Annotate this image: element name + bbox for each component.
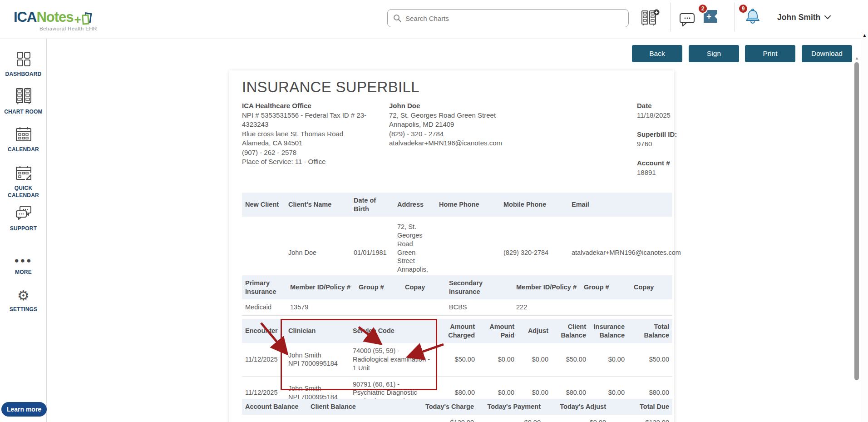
logo-text-notes: Notes xyxy=(36,9,73,25)
more-dots-icon: ●●● xyxy=(15,256,33,265)
table-cell: $130.00 xyxy=(609,415,672,422)
sidebar-item-calendar[interactable]: CALENDAR xyxy=(0,126,47,153)
office-phone: (907) - 262 - 2578 xyxy=(242,148,392,158)
download-button[interactable]: Download xyxy=(802,45,852,62)
table-cell: 11/12/2025 xyxy=(242,343,285,376)
dashboard-icon xyxy=(16,51,31,67)
chat-bubble-icon xyxy=(679,12,695,27)
notifications-badge: 9 xyxy=(738,4,748,14)
sidebar-item-chart-room[interactable]: CHART ROOM xyxy=(0,88,47,115)
table-cell: 13579 xyxy=(287,299,355,315)
scroll-up-arrow[interactable]: ▲ xyxy=(862,32,868,39)
table-cell: $50.00 xyxy=(628,343,672,376)
table-cell xyxy=(581,299,631,315)
office-npi-line: NPI # 5353531556 - Federal Tax ID # 23-4… xyxy=(242,111,392,129)
quick-calendar-icon xyxy=(15,165,32,181)
table-cell: John Smith NPI 7000995184 xyxy=(285,343,350,376)
column-header: Amount Paid xyxy=(478,319,518,343)
column-header: Group # xyxy=(581,275,631,299)
sidebar-item-support[interactable]: SUPPORT xyxy=(0,205,47,232)
search-input[interactable] xyxy=(405,15,623,22)
column-header: Clinician xyxy=(285,319,350,343)
sidebar-item-dashboard[interactable]: DASHBOARD xyxy=(0,51,47,78)
left-sidebar: DASHBOARD CHART ROOM xyxy=(0,39,47,422)
logo-row: ICANotes + xyxy=(14,9,97,25)
support-chat-icon xyxy=(15,205,33,222)
content-scroll-up-arrow[interactable]: ▲ xyxy=(854,55,860,61)
logo-tagline: Behavioral Health EHR xyxy=(39,26,97,31)
user-name: John Smith xyxy=(777,13,820,22)
sidebar-label: QUICK CALENDAR xyxy=(0,184,47,199)
table-cell: $130.00 xyxy=(386,415,477,422)
balance-table-header-row: Account Balance Client Balance Today's C… xyxy=(242,399,672,415)
table-cell: $0.00 xyxy=(477,415,544,422)
sidebar-label: SETTINGS xyxy=(10,306,38,313)
column-header: Primary Insurance xyxy=(242,275,287,299)
sidebar-label: SUPPORT xyxy=(10,225,37,232)
content-scrollbar-thumb[interactable] xyxy=(854,62,859,380)
superbill-id-label: Superbill ID: xyxy=(637,130,678,139)
column-header: Total Balance xyxy=(628,319,672,343)
search-icon xyxy=(393,14,401,22)
encounter-table-header-row: Encounter Clinician Service Code Amount … xyxy=(242,319,672,343)
header-divider xyxy=(735,3,735,32)
office-info-block: ICA Healthcare Office NPI # 5353531556 -… xyxy=(242,101,392,167)
clinician-name: John Smith xyxy=(288,351,346,360)
sidebar-label: MORE xyxy=(15,268,32,276)
sidebar-item-settings[interactable]: ⚙ SETTINGS xyxy=(0,289,47,313)
chevron-down-icon xyxy=(824,15,831,20)
messages-button[interactable] xyxy=(679,12,695,27)
learn-more-button[interactable]: Learn more xyxy=(1,402,47,417)
table-cell: $50.00 xyxy=(436,343,478,376)
file-cabinet-add-icon xyxy=(640,9,660,28)
encounter-table: Encounter Clinician Service Code Amount … xyxy=(242,319,672,410)
column-header: Client's Name xyxy=(285,193,350,217)
office-address1: Blue cross lane St. Thomas Road xyxy=(242,129,392,139)
insurance-table-header-row: Primary Insurance Member ID/Policy # Gro… xyxy=(242,275,672,299)
back-button[interactable]: Back xyxy=(632,45,682,62)
clinician-name: John Smith xyxy=(288,384,346,393)
clinician-npi: NPI 7000995184 xyxy=(288,359,346,368)
logo-text-ica: ICA xyxy=(14,9,36,25)
sign-button[interactable]: Sign xyxy=(689,45,739,62)
chart-room-icon xyxy=(15,88,32,105)
table-cell: 222 xyxy=(513,299,581,315)
column-header: Encounter xyxy=(242,319,285,343)
patient-phone: (829) - 320 - 2784 xyxy=(389,129,507,139)
column-header: Insurance Balance xyxy=(589,319,628,343)
column-header: Adjust xyxy=(518,319,552,343)
patient-address1: 72, St. Georges Road Green Street xyxy=(389,111,507,120)
office-place-of-service: Place of Service: 11 - Office xyxy=(242,157,392,167)
sidebar-label: CHART ROOM xyxy=(4,108,43,115)
create-chart-button[interactable] xyxy=(640,9,660,28)
print-button[interactable]: Print xyxy=(745,45,795,62)
column-header: Today's Charge xyxy=(386,399,477,415)
sidebar-label: DASHBOARD xyxy=(5,70,42,78)
column-header: New Client xyxy=(242,193,285,217)
sidebar-item-more[interactable]: ●●● MORE xyxy=(0,256,47,276)
account-value: 18891 xyxy=(637,168,678,178)
date-value: 11/18/2025 xyxy=(637,111,678,120)
icanotes-logo[interactable]: ICANotes + Behavioral Health EHR xyxy=(14,9,97,31)
sidebar-item-quick-calendar[interactable]: QUICK CALENDAR xyxy=(0,165,47,199)
column-header: Copay xyxy=(402,275,446,299)
superbill-document: INSURANCE SUPERBILL ICA Healthcare Offic… xyxy=(229,70,674,422)
column-header: Home Phone xyxy=(436,193,500,217)
user-menu[interactable]: John Smith xyxy=(777,13,831,22)
column-header: Total Due xyxy=(609,399,672,415)
search-charts-box[interactable] xyxy=(387,9,629,27)
logo-document-icon xyxy=(82,13,93,25)
meta-block: Date 11/18/2025 Superbill ID: 9760 Accou… xyxy=(637,101,678,187)
top-header: ICANotes + Behavioral Health EHR xyxy=(0,0,868,39)
column-header: Client Balance xyxy=(307,399,386,415)
gear-icon: ⚙ xyxy=(17,289,30,303)
column-header: Amount Charged xyxy=(436,319,478,343)
account-label: Account # xyxy=(637,159,678,168)
page-scrollbar[interactable] xyxy=(861,32,868,422)
client-table-header-row: New Client Client's Name Date of Birth A… xyxy=(242,193,672,217)
table-cell xyxy=(355,299,402,315)
encounter-row: 11/12/2025 John Smith NPI 7000995184 740… xyxy=(242,343,672,376)
column-header: Date of Birth xyxy=(350,193,394,217)
office-name: ICA Healthcare Office xyxy=(242,101,392,111)
client-table: New Client Client's Name Date of Birth A… xyxy=(242,193,672,289)
